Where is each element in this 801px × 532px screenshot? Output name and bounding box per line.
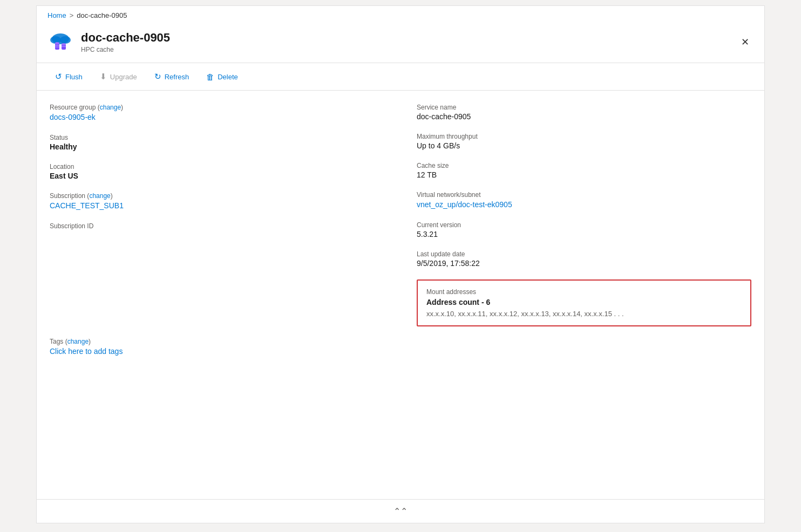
last-update-block: Last update date 9/5/2019, 17:58:22 [417, 250, 751, 268]
flush-label: Flush [65, 73, 83, 81]
virtual-network-block: Virtual network/subnet vnet_oz_up/doc-te… [417, 191, 751, 209]
breadcrumb-current: doc-cache-0905 [77, 11, 127, 19]
max-throughput-value: Up to 4 GB/s [417, 141, 751, 150]
resource-group-change-link[interactable]: change [100, 104, 121, 111]
refresh-icon: ↻ [154, 72, 161, 81]
location-value: East US [50, 172, 384, 180]
upgrade-icon: ⬇ [100, 72, 107, 81]
subscription-label: Subscription (change) [50, 192, 384, 200]
location-block: Location East US [50, 163, 384, 180]
tags-add-link[interactable]: Click here to add tags [50, 347, 123, 356]
mount-addresses-list: xx.x.x.10, xx.x.x.11, xx.x.x.12, xx.x.x.… [426, 310, 742, 318]
virtual-network-label: Virtual network/subnet [417, 191, 751, 199]
collapse-chevron-icon[interactable]: ⌃⌃ [393, 506, 408, 516]
status-label: Status [50, 134, 384, 141]
upgrade-label: Upgrade [110, 73, 137, 81]
subscription-change-link[interactable]: change [89, 192, 110, 200]
last-update-value: 9/5/2019, 17:58:22 [417, 259, 751, 268]
location-label: Location [50, 163, 384, 170]
subscription-id-block: Subscription ID [50, 222, 384, 230]
status-value: Healthy [50, 142, 384, 151]
subscription-block: Subscription (change) CACHE_TEST_SUB1 [50, 192, 384, 210]
svg-point-4 [55, 42, 59, 44]
subscription-value[interactable]: CACHE_TEST_SUB1 [50, 201, 124, 210]
tags-label: Tags (change) [50, 338, 384, 345]
subscription-id-label: Subscription ID [50, 222, 384, 230]
refresh-label: Refresh [165, 73, 189, 81]
cache-size-block: Cache size 12 TB [417, 162, 751, 179]
service-name-value: doc-cache-0905 [417, 112, 751, 121]
current-version-label: Current version [417, 221, 751, 229]
service-name-label: Service name [417, 104, 751, 111]
cache-size-value: 12 TB [417, 170, 751, 179]
hpc-cache-icon [47, 29, 73, 55]
resource-group-value[interactable]: docs-0905-ek [50, 113, 96, 121]
resource-group-label: Resource group (change) [50, 104, 384, 111]
delete-label: Delete [218, 73, 238, 81]
header-left: doc-cache-0905 HPC cache [47, 29, 170, 55]
close-button[interactable]: ✕ [737, 34, 754, 50]
service-name-block: Service name doc-cache-0905 [417, 104, 751, 121]
resource-subtitle: HPC cache [81, 46, 170, 53]
footer: ⌃⌃ [37, 499, 764, 523]
breadcrumb-separator: > [70, 11, 74, 19]
virtual-network-value[interactable]: vnet_oz_up/doc-test-ek0905 [417, 200, 512, 209]
flush-button[interactable]: ↺ Flush [47, 69, 90, 85]
last-update-label: Last update date [417, 250, 751, 258]
delete-icon: 🗑 [206, 72, 214, 81]
svg-point-6 [62, 43, 66, 45]
mount-count-value: Address count - 6 [426, 298, 742, 306]
tags-block: Tags (change) Click here to add tags [50, 338, 384, 356]
header-title-block: doc-cache-0905 HPC cache [81, 31, 170, 53]
page-header: doc-cache-0905 HPC cache ✕ [37, 23, 764, 63]
resource-title: doc-cache-0905 [81, 31, 170, 45]
main-panel: Home > doc-cache-0905 [36, 5, 765, 523]
left-column: Resource group (change) docs-0905-ek Sta… [50, 104, 406, 356]
current-version-value: 5.3.21 [417, 230, 751, 238]
current-version-block: Current version 5.3.21 [417, 221, 751, 238]
breadcrumb: Home > doc-cache-0905 [37, 6, 764, 23]
status-block: Status Healthy [50, 134, 384, 151]
content-area: Resource group (change) docs-0905-ek Sta… [37, 91, 764, 369]
tags-change-link[interactable]: change [67, 338, 89, 345]
cache-size-label: Cache size [417, 162, 751, 169]
delete-button[interactable]: 🗑 Delete [199, 69, 246, 85]
max-throughput-block: Maximum throughput Up to 4 GB/s [417, 133, 751, 150]
mount-addresses-box: Mount addresses Address count - 6 xx.x.x… [417, 279, 751, 326]
resource-group-block: Resource group (change) docs-0905-ek [50, 104, 384, 122]
svg-point-2 [60, 36, 71, 44]
upgrade-button[interactable]: ⬇ Upgrade [92, 69, 145, 85]
max-throughput-label: Maximum throughput [417, 133, 751, 140]
toolbar: ↺ Flush ⬇ Upgrade ↻ Refresh 🗑 Delete [37, 63, 764, 91]
refresh-button[interactable]: ↻ Refresh [147, 69, 197, 85]
flush-icon: ↺ [55, 72, 62, 81]
breadcrumb-home-link[interactable]: Home [47, 11, 66, 19]
mount-addresses-label: Mount addresses [426, 288, 742, 296]
right-column: Service name doc-cache-0905 Maximum thro… [406, 104, 751, 356]
